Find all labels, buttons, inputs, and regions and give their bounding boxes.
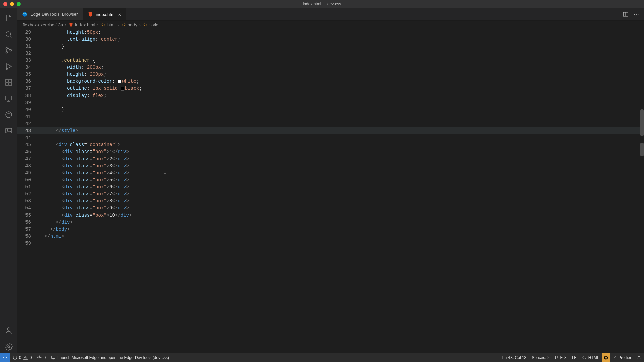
window-title: index.html — dev-css (303, 2, 341, 6)
edge-icon (22, 12, 28, 17)
svg-point-3 (10, 50, 11, 51)
eol-setting[interactable]: LF (569, 353, 579, 362)
cursor-position[interactable]: Ln 43, Col 13 (500, 353, 529, 362)
code-line[interactable]: 42 (17, 120, 641, 127)
code-line[interactable]: 31 } (17, 43, 641, 50)
code-line[interactable]: 44 (17, 134, 641, 141)
remote-explorer-icon[interactable] (1, 92, 17, 105)
code-line[interactable]: 38 display: flex; (17, 92, 641, 99)
brackets-icon (143, 22, 148, 27)
code-line[interactable]: 52 <div class="box">7</div> (17, 191, 641, 198)
close-window-button[interactable] (3, 2, 7, 6)
svg-point-21 (39, 357, 40, 358)
code-line[interactable]: 48 <div class="box">3</div> (17, 163, 641, 170)
edge-devtools-icon[interactable] (1, 108, 17, 121)
close-tab-icon[interactable]: × (118, 12, 121, 17)
encoding-setting[interactable]: UTF-8 (552, 353, 569, 362)
code-line[interactable]: 30 text-align: center; (17, 36, 641, 43)
code-line[interactable]: 36 background-color: white; (17, 78, 641, 85)
code-line[interactable]: 51 <div class="box">6</div> (17, 184, 641, 191)
explorer-icon[interactable] (1, 11, 17, 25)
launch-label: Launch Microsoft Edge and open the Edge … (57, 355, 169, 360)
code-line[interactable]: 59 (17, 240, 641, 247)
brackets-icon (121, 22, 126, 27)
code-line[interactable]: 34 width: 200px; (17, 64, 641, 71)
split-editor-icon[interactable] (623, 11, 629, 17)
code-line[interactable]: 41 (17, 113, 641, 120)
code-line[interactable]: 54 <div class="box">9</div> (17, 205, 641, 212)
svg-point-19 (638, 14, 638, 14)
svg-point-14 (8, 346, 10, 348)
search-icon[interactable] (1, 27, 17, 41)
svg-rect-9 (6, 96, 12, 100)
code-line[interactable]: 45 <div class="container"> (17, 141, 641, 148)
breadcrumb-html[interactable]: html (101, 22, 116, 27)
launch-edge-button[interactable]: Launch Microsoft Edge and open the Edge … (48, 353, 172, 362)
indent-setting[interactable]: Spaces: 2 (529, 353, 552, 362)
code-line[interactable]: 55 <div class="box">10</div> (17, 212, 641, 219)
breadcrumb-style[interactable]: style (143, 22, 158, 27)
code-line[interactable]: 46 <div class="box">1</div> (17, 148, 641, 156)
code-line[interactable]: 37 outline: 1px solid black; (17, 85, 641, 92)
breadcrumb-file[interactable]: index.html (68, 22, 95, 27)
svg-point-1 (6, 48, 7, 49)
warning-count: 0 (30, 355, 32, 360)
tab-edge-devtools[interactable]: Edge DevTools: Browser (17, 8, 83, 20)
svg-rect-7 (6, 83, 8, 85)
code-line[interactable]: 32 (17, 50, 641, 57)
breadcrumb-folder[interactable]: flexbox-exercise-13a (23, 22, 63, 27)
code-line[interactable]: 49 <div class="box">4</div> (17, 170, 641, 177)
problems-indicator[interactable]: 0 0 (10, 353, 34, 362)
notifications-icon[interactable] (634, 353, 644, 362)
remote-indicator[interactable] (0, 353, 10, 362)
tab-label: Edge DevTools: Browser (30, 12, 78, 17)
brackets-icon (101, 22, 106, 27)
extensions-icon[interactable] (1, 76, 17, 89)
editor-scrollbar[interactable] (639, 29, 644, 353)
settings-gear-icon[interactable] (1, 340, 17, 353)
ports-indicator[interactable]: 0 (34, 353, 48, 362)
error-count: 0 (19, 355, 21, 360)
code-line[interactable]: 39 (17, 99, 641, 106)
editor-tabs: Edge DevTools: Browser index.html × (17, 8, 644, 21)
code-line[interactable]: 50 <div class="box">5</div> (17, 177, 641, 184)
svg-rect-22 (52, 356, 55, 358)
svg-point-18 (636, 14, 637, 14)
code-line[interactable]: 33 .container { (17, 57, 641, 64)
code-line[interactable]: 29 height:50px; (17, 29, 641, 36)
code-line[interactable]: 56 </div> (17, 219, 641, 226)
statusbar: 0 0 0 Launch Microsoft Edge and open the… (0, 353, 644, 362)
svg-point-17 (634, 14, 635, 14)
accounts-icon[interactable] (1, 324, 17, 337)
svg-rect-5 (6, 79, 8, 82)
code-line[interactable]: 43 </style> (17, 127, 641, 134)
code-line[interactable]: 53 <div class="box">8</div> (17, 198, 641, 205)
tab-label: index.html (96, 12, 115, 17)
code-line[interactable]: 47 <div class="box">2</div> (17, 156, 641, 163)
code-line[interactable]: 58 </html> (17, 233, 641, 240)
code-line[interactable]: 40 } (17, 106, 641, 113)
minimize-window-button[interactable] (10, 2, 14, 6)
prettier-indicator[interactable]: ✓ Prettier (610, 353, 634, 362)
breadcrumb-body[interactable]: body (121, 22, 137, 27)
breadcrumb: flexbox-exercise-13a › index.html › html… (17, 21, 644, 29)
more-actions-icon[interactable] (633, 11, 639, 17)
code-editor[interactable]: 29 height:50px;30 text-align: center;31 … (17, 29, 644, 353)
code-line[interactable]: 57 </body> (17, 226, 641, 233)
svg-rect-6 (9, 79, 12, 82)
tab-index-html[interactable]: index.html × (83, 8, 126, 20)
svg-point-13 (7, 328, 10, 330)
code-line[interactable]: 35 height: 200px; (17, 71, 641, 78)
svg-point-10 (6, 112, 12, 118)
activity-bar (0, 8, 17, 353)
run-debug-icon[interactable] (1, 60, 17, 73)
tab-actions (623, 8, 644, 20)
language-mode[interactable]: HTML (579, 353, 602, 362)
copilot-indicator[interactable] (602, 353, 610, 362)
image-icon[interactable] (1, 124, 17, 137)
window-controls (3, 2, 21, 6)
source-control-icon[interactable] (1, 44, 17, 57)
maximize-window-button[interactable] (17, 2, 21, 6)
ports-count: 0 (43, 355, 46, 360)
html-file-icon (88, 12, 93, 17)
